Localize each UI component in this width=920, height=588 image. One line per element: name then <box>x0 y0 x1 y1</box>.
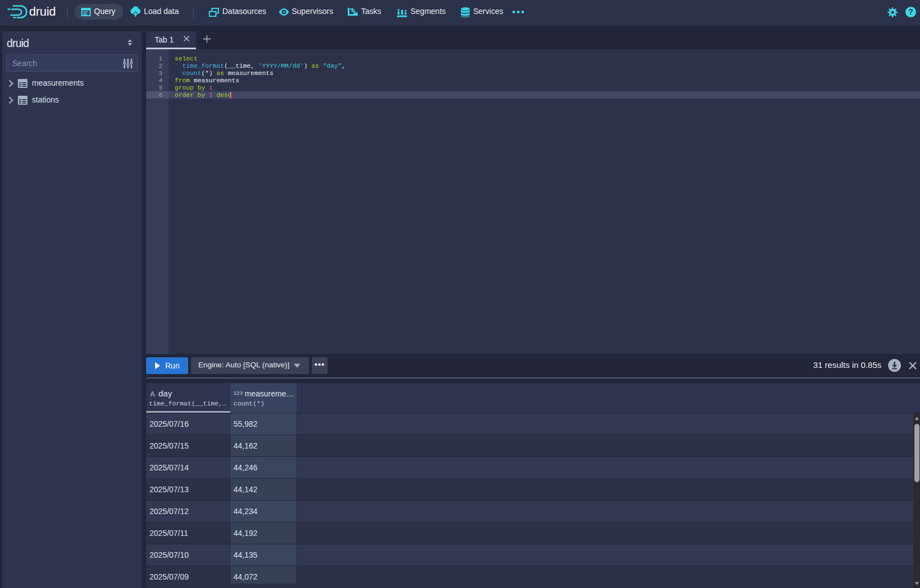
svg-text:?: ? <box>908 7 913 16</box>
